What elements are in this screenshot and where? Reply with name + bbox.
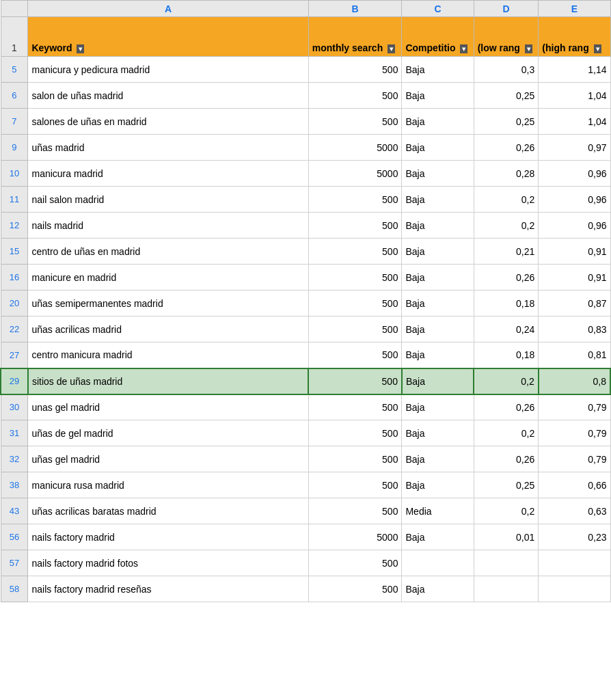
row-number: 11 [1,187,28,213]
low-cell: 0,26 [474,394,539,420]
low-cell: 0,25 [474,109,539,135]
high-cell: 0,79 [539,446,610,472]
high-cell: 0,91 [539,265,610,291]
comp-cell: Baja [402,368,474,394]
table-row[interactable]: 43uñas acrilicas baratas madrid500Media0… [1,498,610,524]
col-e-header[interactable]: E [539,1,610,17]
table-row[interactable]: 16manicure en madrid500Baja0,260,91 [1,265,610,291]
row-number: 7 [1,109,28,135]
low-range-header[interactable]: (low rang ▾ [474,17,539,57]
monthly-cell: 500 [308,342,402,368]
col-b-header[interactable]: B [308,1,402,17]
table-header-row: 1 Keyword ▾ monthly search ▾ Competitio … [1,17,610,57]
col-c-header[interactable]: C [402,1,474,17]
table-row[interactable]: 20uñas semipermanentes madrid500Baja0,18… [1,291,610,317]
monthly-cell: 500 [308,394,402,420]
spreadsheet: A B C D E 1 Keyword ▾ monthly search ▾ C… [0,0,611,700]
high-filter-btn[interactable]: ▾ [594,44,601,53]
table-row[interactable]: 30unas gel madrid500Baja0,260,79 [1,394,610,420]
table-row[interactable]: 27centro manicura madrid500Baja0,180,81 [1,342,610,368]
monthly-filter-btn[interactable]: ▾ [388,44,395,53]
table-row[interactable]: 29sitios de uñas madrid500Baja0,20,8 [1,368,610,394]
monthly-cell: 500 [308,83,402,109]
table-row[interactable]: 11nail salon madrid500Baja0,20,96 [1,187,610,213]
low-cell: 0,2 [474,498,539,524]
low-filter-btn[interactable]: ▾ [525,44,532,53]
keyword-filter-btn[interactable]: ▾ [77,44,84,53]
row-number: 30 [1,394,28,420]
table-row[interactable]: 22uñas acrilicas madrid500Baja0,240,83 [1,317,610,342]
corner-cell [1,1,28,17]
competition-header[interactable]: Competitio ▾ [402,17,474,57]
high-cell: 0,97 [539,135,610,161]
keyword-cell: salon de uñas madrid [28,83,308,109]
monthly-cell: 5000 [308,161,402,187]
table-row[interactable]: 15centro de uñas en madrid500Baja0,210,9… [1,239,610,265]
keyword-cell: nails factory madrid [28,524,308,550]
table-row[interactable]: 32uñas gel madrid500Baja0,260,79 [1,446,610,472]
low-cell: 0,21 [474,239,539,265]
monthly-cell: 500 [308,576,402,602]
keyword-cell: uñas semipermanentes madrid [28,291,308,317]
keyword-cell: uñas gel madrid [28,446,308,472]
high-cell: 1,04 [539,109,610,135]
table-row[interactable]: 12nails madrid500Baja0,20,96 [1,213,610,239]
column-letters-row: A B C D E [1,1,610,17]
table-row[interactable]: 7salones de uñas en madrid500Baja0,251,0… [1,109,610,135]
low-cell: 0,26 [474,446,539,472]
comp-cell: Baja [402,291,474,317]
high-cell: 0,96 [539,213,610,239]
monthly-cell: 500 [308,109,402,135]
comp-cell: Baja [402,265,474,291]
table-row[interactable]: 38manicura rusa madrid500Baja0,250,66 [1,472,610,498]
keyword-cell: uñas de gel madrid [28,420,308,446]
table-row[interactable]: 58nails factory madrid reseñas500Baja [1,576,610,602]
row-number: 10 [1,161,28,187]
high-cell: 0,23 [539,524,610,550]
high-cell: 0,91 [539,239,610,265]
col-d-header[interactable]: D [474,1,539,17]
table-row[interactable]: 57nails factory madrid fotos500 [1,550,610,576]
keyword-cell: centro de uñas en madrid [28,239,308,265]
high-cell: 1,14 [539,57,610,83]
comp-cell: Baja [402,446,474,472]
keyword-cell: nails madrid [28,213,308,239]
high-cell: 0,79 [539,394,610,420]
keyword-cell: sitios de uñas madrid [28,368,308,394]
monthly-cell: 5000 [308,524,402,550]
low-cell [474,550,539,576]
comp-cell [402,550,474,576]
comp-cell: Baja [402,239,474,265]
table-row[interactable]: 56nails factory madrid5000Baja0,010,23 [1,524,610,550]
header-row-num: 1 [1,17,28,57]
comp-cell: Baja [402,57,474,83]
high-cell: 0,96 [539,161,610,187]
low-cell: 0,26 [474,265,539,291]
keyword-cell: uñas madrid [28,135,308,161]
comp-cell: Baja [402,317,474,342]
high-cell: 0,66 [539,472,610,498]
col-a-header[interactable]: A [28,1,308,17]
low-cell: 0,3 [474,57,539,83]
table-row[interactable]: 10manicura madrid5000Baja0,280,96 [1,161,610,187]
keyword-cell: manicura y pedicura madrid [28,57,308,83]
comp-cell: Baja [402,524,474,550]
low-cell: 0,24 [474,317,539,342]
low-cell: 0,25 [474,472,539,498]
high-cell: 0,96 [539,187,610,213]
comp-filter-btn[interactable]: ▾ [460,44,467,53]
comp-cell: Baja [402,187,474,213]
table-row[interactable]: 5manicura y pedicura madrid500Baja0,31,1… [1,57,610,83]
table-row[interactable]: 6salon de uñas madrid500Baja0,251,04 [1,83,610,109]
table-row[interactable]: 31uñas de gel madrid500Baja0,20,79 [1,420,610,446]
keyword-cell: manicura madrid [28,161,308,187]
keyword-cell: uñas acrilicas baratas madrid [28,498,308,524]
monthly-cell: 500 [308,446,402,472]
high-range-header[interactable]: (high rang ▾ [539,17,610,57]
keyword-cell: nail salon madrid [28,187,308,213]
monthly-cell: 5000 [308,135,402,161]
table-row[interactable]: 9uñas madrid5000Baja0,260,97 [1,135,610,161]
monthly-cell: 500 [308,239,402,265]
keyword-header[interactable]: Keyword ▾ [28,17,308,57]
monthly-search-header[interactable]: monthly search ▾ [308,17,402,57]
